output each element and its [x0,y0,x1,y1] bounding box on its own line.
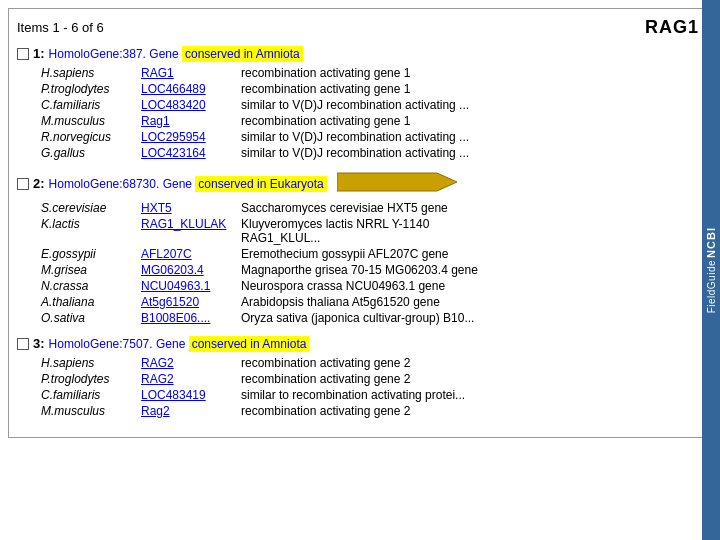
ncbi-sidebar: NCBI FieldGuide [702,0,720,540]
group-number-2: 2: [33,176,45,191]
gene-id-cell: LOC295954 [141,129,241,145]
gene-id-link[interactable]: LOC483419 [141,388,206,402]
species-cell: M.musculus [41,403,141,419]
description-cell: recombination activating gene 1 [241,113,699,129]
group-checkbox-1[interactable] [17,48,29,60]
description-cell: recombination activating gene 2 [241,371,699,387]
gene-id-link[interactable]: AFL207C [141,247,192,261]
description-cell: recombination activating gene 2 [241,403,699,419]
gene-id-link[interactable]: MG06203.4 [141,263,204,277]
species-cell: A.thaliana [41,294,141,310]
gene-id-cell: MG06203.4 [141,262,241,278]
description-cell: recombination activating gene 1 [241,65,699,81]
gene-id-cell: LOC466489 [141,81,241,97]
species-cell: O.sativa [41,310,141,326]
description-cell: Eremothecium gossypii AFL207C gene [241,246,699,262]
gene-id-cell: RAG2 [141,371,241,387]
group-title-highlight-2: conserved in Eukaryota [195,176,326,192]
group-title-link-2[interactable]: HomoloGene:68730. Gene conserved in Euka… [49,177,327,191]
table-row: H.sapiensRAG1recombination activating ge… [41,65,699,81]
table-row: M.musculusRag2recombination activating g… [41,403,699,419]
description-cell: Oryza sativa (japonica cultivar-group) B… [241,310,699,326]
gene-id-link[interactable]: LOC466489 [141,82,206,96]
gene-id-cell: LOC423164 [141,145,241,161]
description-cell: recombination activating gene 2 [241,355,699,371]
gene-id-cell: LOC483419 [141,387,241,403]
gene-id-link[interactable]: Rag2 [141,404,170,418]
items-count: Items 1 - 6 of 6 [17,20,104,35]
description-cell: similar to recombination activating prot… [241,387,699,403]
table-row: N.crassaNCU04963.1Neurospora crassa NCU0… [41,278,699,294]
gene-id-cell: RAG1 [141,65,241,81]
description-cell: Saccharomyces cerevisiae HXT5 gene [241,200,699,216]
gene-id-link[interactable]: NCU04963.1 [141,279,210,293]
species-cell: C.familiaris [41,97,141,113]
description-cell: Kluyveromyces lactis NRRL Y-1140 RAG1_KL… [241,216,699,246]
gene-id-link[interactable]: LOC483420 [141,98,206,112]
gene-id-cell: LOC483420 [141,97,241,113]
species-cell: G.gallus [41,145,141,161]
species-cell: M.grisea [41,262,141,278]
gene-id-cell: Rag1 [141,113,241,129]
gene-id-link[interactable]: LOC295954 [141,130,206,144]
gene-id-link[interactable]: HXT5 [141,201,172,215]
group-header-3: 3: HomoloGene:7507. Gene conserved in Am… [17,336,699,351]
group-title-prefix-3: HomoloGene:7507. Gene [49,337,189,351]
table-row: S.cerevisiaeHXT5Saccharomyces cerevisiae… [41,200,699,216]
gene-id-cell: HXT5 [141,200,241,216]
species-cell: E.gossypii [41,246,141,262]
gene-id-link[interactable]: RAG2 [141,356,174,370]
species-cell: K.lactis [41,216,141,246]
table-row: M.musculusRag1recombination activating g… [41,113,699,129]
species-cell: S.cerevisiae [41,200,141,216]
group-title-prefix-1: HomoloGene:387. Gene [49,47,182,61]
table-row: K.lactisRAG1_KLULAKKluyveromyces lactis … [41,216,699,246]
group-title-link-1[interactable]: HomoloGene:387. Gene conserved in Amniot… [49,47,303,61]
gene-id-link[interactable]: At5g61520 [141,295,199,309]
main-container: Items 1 - 6 of 6 RAG1 1: HomoloGene:387.… [8,8,708,438]
group-header-2: 2: HomoloGene:68730. Gene conserved in E… [17,171,699,196]
table-row: P.troglodytesLOC466489recombination acti… [41,81,699,97]
gene-id-cell: NCU04963.1 [141,278,241,294]
description-cell: Neurospora crassa NCU04963.1 gene [241,278,699,294]
group-checkbox-2[interactable] [17,178,29,190]
species-cell: H.sapiens [41,355,141,371]
gene-id-cell: At5g61520 [141,294,241,310]
ncbi-sidebar-inner: NCBI FieldGuide [705,227,717,313]
table-row: G.gallusLOC423164similar to V(D)J recomb… [41,145,699,161]
gene-id-link[interactable]: Rag1 [141,114,170,128]
group-checkbox-3[interactable] [17,338,29,350]
gene-id-link[interactable]: RAG2 [141,372,174,386]
arrow-annotation [337,171,457,196]
group-number-1: 1: [33,46,45,61]
gene-id-link[interactable]: B1008E06.... [141,311,210,325]
gene-id-link[interactable]: RAG1 [141,66,174,80]
table-row: O.sativaB1008E06....Oryza sativa (japoni… [41,310,699,326]
group-title-highlight-1: conserved in Amniota [182,46,303,62]
group-number-3: 3: [33,336,45,351]
gene-id-cell: RAG2 [141,355,241,371]
gene-id-cell: Rag2 [141,403,241,419]
arrow-icon [337,171,457,193]
table-row: M.griseaMG06203.4Magnaporthe grisea 70-1… [41,262,699,278]
table-row: C.familiarisLOC483419similar to recombin… [41,387,699,403]
group-title-link-3[interactable]: HomoloGene:7507. Gene conserved in Amnio… [49,337,310,351]
table-row: P.troglodytesRAG2recombination activatin… [41,371,699,387]
species-cell: P.troglodytes [41,81,141,97]
group-2: 2: HomoloGene:68730. Gene conserved in E… [17,171,699,326]
table-row: C.familiarisLOC483420similar to V(D)J re… [41,97,699,113]
svg-marker-0 [337,173,457,191]
group-title-prefix-2: HomoloGene:68730. Gene [49,177,196,191]
description-cell: recombination activating gene 1 [241,81,699,97]
species-cell: M.musculus [41,113,141,129]
group-title-highlight-3: conserved in Amniota [189,336,310,352]
gene-id-cell: AFL207C [141,246,241,262]
group-3: 3: HomoloGene:7507. Gene conserved in Am… [17,336,699,419]
species-cell: P.troglodytes [41,371,141,387]
gene-id-link[interactable]: RAG1_KLULAK [141,217,226,231]
description-cell: Arabidopsis thaliana At5g61520 gene [241,294,699,310]
gene-id-link[interactable]: LOC423164 [141,146,206,160]
ncbi-label: NCBI [705,227,717,258]
species-cell: N.crassa [41,278,141,294]
gene-id-cell: B1008E06.... [141,310,241,326]
